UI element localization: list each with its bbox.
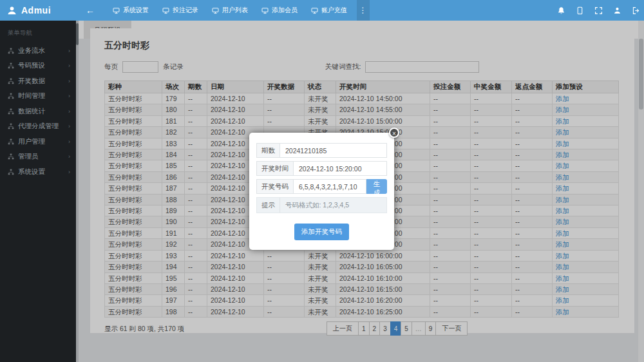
draw-number-label: 开奖号码 (256, 179, 293, 194)
topbar-menu-item[interactable]: 投注记录 (158, 0, 202, 21)
topbar-menu-item-label: 系统设置 (123, 6, 149, 15)
bell-icon[interactable] (557, 6, 565, 15)
add-draw-number-button[interactable]: 添加开奖号码 (294, 224, 349, 240)
more-menu-button[interactable]: ⋮ (357, 0, 370, 21)
topbar-menu-item-label: 用户列表 (222, 6, 248, 15)
topbar-menu-item-label: 添加会员 (272, 6, 298, 15)
draw-time-label: 开奖时间 (256, 161, 293, 176)
topbar-menu-item[interactable]: 系统设置 (109, 0, 153, 21)
monitor-icon (261, 7, 269, 14)
issue-input[interactable]: 20241210185 (279, 143, 387, 158)
topbar: Admui ← 系统设置 投注记录 用户列表 添加会员 账户充值 ⋮ (0, 0, 644, 21)
monitor-icon (113, 7, 120, 14)
issue-field: 期数 20241210185 (256, 143, 387, 158)
tip-label: 提示 (257, 198, 280, 213)
user-icon[interactable] (613, 6, 621, 15)
fullscreen-icon[interactable] (594, 6, 603, 15)
topbar-menu-item[interactable]: 添加会员 (258, 0, 301, 21)
brand-name: Admui (21, 5, 51, 15)
draw-number-field: 开奖号码 6,5,8,4,3,2,1,9,7,10 生成 (256, 179, 387, 194)
user-logo-icon (6, 5, 17, 16)
monitor-icon (162, 7, 169, 14)
tip-text: 号码格式如: 1,2,3,4,5 (280, 198, 354, 213)
issue-label: 期数 (256, 143, 279, 158)
topbar-menu-item-label: 投注记录 (173, 6, 198, 15)
topbar-shortcut-nav: 系统设置 投注记录 用户列表 添加会员 账户充值 (109, 0, 357, 21)
monitor-icon (311, 7, 318, 14)
draw-number-input[interactable]: 6,5,8,4,3,2,1,9,7,10 (293, 179, 366, 194)
topbar-menu-item-label: 账户充值 (321, 6, 347, 15)
tip-row: 提示 号码格式如: 1,2,3,4,5 (256, 197, 387, 213)
logout-icon[interactable] (632, 6, 640, 15)
draw-time-field: 开奖时间 2024-12-10 15:20:00 (256, 161, 387, 176)
topbar-menu-item[interactable]: 账户充值 (307, 0, 351, 21)
topbar-menu-item[interactable]: 用户列表 (208, 0, 252, 21)
add-draw-number-modal: × 期数 20241210185 开奖时间 2024-12-10 15:20:0… (249, 133, 394, 250)
brand-logo[interactable]: Admui (6, 5, 51, 16)
generate-button[interactable]: 生成 (366, 179, 387, 194)
draw-time-input[interactable]: 2024-12-10 15:20:00 (293, 161, 387, 176)
topbar-right-icons (557, 6, 640, 15)
monitor-icon (212, 7, 219, 14)
tablet-icon[interactable] (576, 6, 584, 15)
close-icon[interactable]: × (389, 128, 399, 138)
back-arrow-button[interactable]: ← (83, 5, 97, 15)
